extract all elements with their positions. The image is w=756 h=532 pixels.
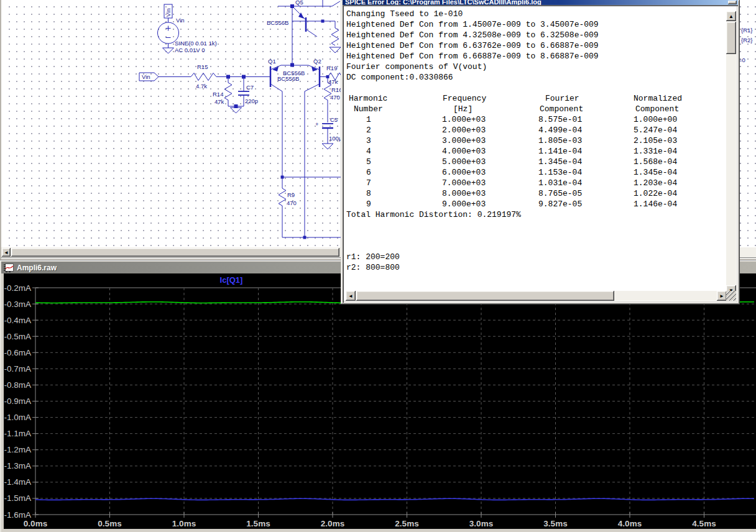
svg-text:470: 470 — [287, 200, 297, 206]
y-axis-label: -0.4mA — [4, 316, 31, 325]
wire[interactable] — [332, 1, 340, 6]
emitter-arrow-icon — [311, 66, 318, 71]
fourier-row: 44.000e+031.141e-041.331e-04 — [346, 146, 726, 157]
y-axis-label: -0.6mA — [4, 348, 31, 357]
svg-text:BC556B: BC556B — [283, 70, 305, 76]
log-client-area: Changing Tseed to 1e-010 Heightened Def … — [343, 5, 738, 303]
scroll-left-button[interactable]: ◄ — [346, 291, 356, 301]
fourier-row: 77.000e+031.031e-041.203e-04 — [346, 178, 726, 188]
svg-text:C5: C5 — [330, 116, 338, 123]
y-axis-label: -1.5mA — [4, 493, 31, 503]
x-axis-label: 4.0ms — [618, 519, 642, 528]
scroll-left-button[interactable]: ◄ — [2, 248, 11, 257]
y-axis-label: -0.5mA — [4, 332, 31, 341]
y-axis-label: -0.8mA — [4, 380, 31, 390]
x-axis-label: 1.5ms — [246, 519, 270, 528]
scroll-thumb[interactable] — [11, 248, 339, 257]
param-text-r2: {R2} — [741, 37, 753, 44]
log-vscrollbar[interactable]: ▲ ▼ — [726, 11, 736, 295]
svg-text:4.7k: 4.7k — [196, 83, 207, 89]
svg-text:Q2: Q2 — [313, 58, 321, 65]
svg-text:SINE(0 0.01 1k): SINE(0 0.01 1k) — [175, 40, 217, 47]
fourier-row: 33.000e+031.805e-032.105e-03 — [346, 135, 726, 146]
svg-text:Vin: Vin — [176, 17, 185, 24]
ground-icon — [330, 47, 341, 53]
fourier-row: 22.000e+034.499e-045.247e-04 — [346, 125, 726, 135]
component-c5[interactable]: + C5 100µ — [315, 116, 343, 149]
junction-dot — [321, 20, 325, 23]
svg-text:Vin: Vin — [165, 8, 172, 17]
scroll-right-button[interactable]: ► — [717, 291, 727, 301]
fourier-header-row-1: Harmonic Frequency Fourier Normalized — [346, 93, 726, 104]
x-axis-label: 4.5ms — [692, 519, 716, 528]
log-text: Changing Tseed to 1e-010 Heightened Def … — [344, 6, 726, 291]
svg-text:47k: 47k — [214, 98, 224, 105]
spice-error-log-window: SPICE Error Log: C:\Program Files\LTC\Sw… — [341, 0, 740, 305]
ground-icon — [163, 48, 174, 53]
resize-grip[interactable] — [726, 291, 736, 301]
fourier-row: 88.000e+038.765e-051.022e-04 — [346, 188, 726, 199]
fourier-table: 11.000e+038.575e-011.000e+0022.000e+034.… — [346, 114, 726, 209]
scroll-thumb[interactable] — [726, 22, 736, 54]
svg-text:R15: R15 — [197, 63, 208, 70]
x-axis-label: 3.0ms — [469, 519, 493, 528]
svg-text:470: 470 — [330, 94, 340, 101]
log-lines-bottom: r1: 200=200 r2: 800=800 — [346, 220, 726, 273]
param-text-r1: {R1} — [741, 27, 753, 34]
x-axis-label: 2.0ms — [321, 519, 344, 528]
plot-canvas[interactable]: -0.2mA-0.3mA-0.4mA-0.5mA-0.6mA-0.7mA-0.8… — [4, 273, 756, 532]
fourier-row: 66.000e+031.153e-041.345e-04 — [346, 167, 726, 178]
x-axis-label: 0.5ms — [98, 519, 121, 528]
svg-text:Vin: Vin — [142, 73, 150, 80]
x-axis-label: 2.5ms — [395, 519, 418, 528]
svg-text:+: + — [315, 121, 319, 127]
y-axis-label: -0.7mA — [4, 364, 31, 374]
log-hscrollbar[interactable]: ◄ ► — [346, 291, 727, 301]
fourier-row: 55.000e+031.345e-041.568e-04 — [346, 157, 726, 167]
scroll-thumb[interactable] — [356, 291, 614, 301]
component-q2[interactable]: Q2 BC556B — [283, 58, 328, 237]
svg-text:C7: C7 — [246, 84, 254, 91]
waveform-window-title: Ampli6.raw — [17, 264, 57, 272]
component-c7[interactable]: C7 220p — [238, 77, 258, 107]
component-r14[interactable]: R14 47k — [213, 77, 232, 107]
component-q1[interactable]: Q1 BC556B — [268, 58, 299, 188]
y-axis-label: -1.0mA — [4, 413, 31, 422]
trace-label[interactable]: Ic[Q1] — [220, 275, 243, 285]
fourier-row: 11.000e+038.575e-011.000e+00 — [346, 114, 726, 125]
svg-text:R19: R19 — [326, 65, 337, 71]
svg-text:AC 0.01V 0: AC 0.01V 0 — [175, 47, 205, 53]
svg-text:220p: 220p — [245, 98, 258, 104]
svg-text:BC556B: BC556B — [267, 19, 288, 26]
y-axis-label: -0.2mA — [4, 283, 31, 293]
y-axis-label: -0.9mA — [4, 397, 31, 406]
port-flag-vin[interactable]: Vin — [139, 73, 159, 81]
component-voltage-source-vin[interactable]: Vin Vin SINE(0 0.01 1k) AC 0.01V 0 — [158, 4, 217, 53]
component-r9[interactable]: R9 470 — [279, 176, 349, 239]
fourier-header-row-2: Number [Hz] Component Component — [346, 104, 726, 114]
waveform-icon — [4, 264, 14, 272]
scroll-up-button[interactable]: ▲ — [726, 11, 736, 21]
y-axis-label: -1.6mA — [4, 510, 31, 520]
y-axis-label: -1.2mA — [4, 445, 31, 454]
svg-text:R9: R9 — [287, 191, 295, 198]
y-axis-label: -1.3mA — [4, 461, 31, 470]
svg-text:Q1: Q1 — [268, 58, 276, 65]
svg-text:Q5: Q5 — [295, 0, 303, 6]
y-axis-label: -0.3mA — [4, 300, 31, 309]
y-axis-label: -1.1mA — [4, 429, 31, 438]
y-axis-label: -1.4mA — [4, 477, 31, 487]
x-axis-label: 0.0ms — [24, 519, 47, 528]
log-lines-top: Changing Tseed to 1e-010 Heightened Def … — [346, 9, 726, 93]
log-titlebar[interactable]: SPICE Error Log: C:\Program Files\LTC\Sw… — [343, 0, 738, 5]
waveform-plot[interactable]: -0.2mA-0.3mA-0.4mA-0.5mA-0.6mA-0.7mA-0.8… — [4, 273, 756, 532]
svg-text:R14: R14 — [213, 91, 223, 98]
component-r15[interactable]: R15 4.7k — [191, 63, 216, 89]
close-button[interactable] — [728, 1, 737, 4]
ground-icon — [322, 144, 333, 149]
fourier-row: 99.000e+039.827e-051.146e-04 — [346, 199, 726, 209]
thd-line: Total Harmonic Distortion: 0.219197% — [346, 209, 726, 220]
junction-dot — [303, 236, 307, 239]
component-bias-resistor[interactable] — [306, 20, 341, 53]
ground-icon — [231, 108, 242, 113]
